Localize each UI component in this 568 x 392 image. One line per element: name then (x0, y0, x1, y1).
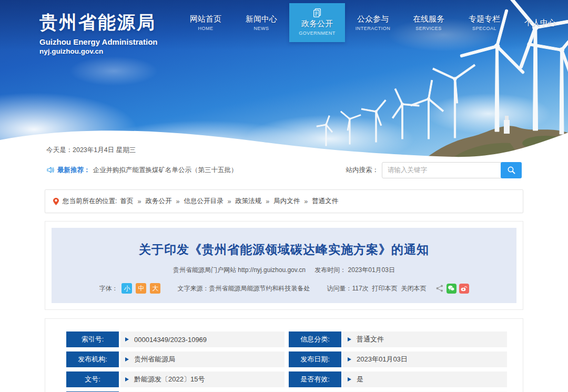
nav-sublabel: HOME (198, 26, 214, 31)
nav-item-services[interactable]: 在线服务 SERVICES (401, 0, 457, 42)
main-nav: 网站首页 HOME 新闻中心 NEWS 政务公开 GOVERNMENT 公众参与… (178, 0, 568, 42)
breadcrumb-prefix: 您当前所在的位置: (63, 197, 117, 206)
info-category-value: 普通文件 (343, 331, 507, 347)
publisher-label: 发布机构: (66, 351, 119, 367)
breadcrumb-item-home[interactable]: 首页 (120, 197, 133, 206)
breadcrumb-item-directory[interactable]: 信息公开目录 (184, 197, 223, 206)
font-large-button[interactable]: 大 (150, 283, 160, 294)
article-source-site: 贵州省能源局门户网站 http://nyj.guizhou.gov.cn (173, 266, 306, 274)
close-page-link[interactable]: 关闭本页 (401, 284, 427, 293)
site-name-en: Guizhou Energy Administration (39, 37, 157, 46)
share-bar (435, 284, 469, 294)
today-date: 今天是：2023年1月4日 星期三 (46, 146, 136, 155)
article-box: 关于印发《贵州省能源领域碳达峰实施方案》的通知 贵州省能源局门户网站 http:… (45, 221, 523, 310)
speaker-icon (46, 166, 55, 174)
doc-number-label: 文号: (66, 371, 119, 387)
info-category-label: 信息分类: (289, 331, 341, 347)
validity-value: 是 (343, 371, 507, 387)
weibo-share-button[interactable] (459, 284, 469, 294)
breadcrumb-separator: » (137, 198, 141, 205)
nav-sublabel: SPECOAL (472, 26, 496, 31)
font-size-label: 字体： (99, 284, 118, 293)
table-row: 发布机构: 贵州省能源局 发布日期: 2023年01月03日 (66, 351, 507, 367)
nav-sublabel: GOVERNMENT (299, 31, 336, 36)
publisher-value: 贵州省能源局 (120, 351, 285, 367)
breadcrumb: 您当前所在的位置: 首页 » 政务公开 » 信息公开目录 » 政策法规 » 局内… (45, 189, 523, 213)
table-row: 索引号: 000014349/2023-10969 信息分类: 普通文件 (66, 331, 507, 347)
recommend-label: 最新推荐： (57, 166, 90, 175)
site-url: nyj.guizhou.gov.cn (39, 47, 157, 55)
article-title: 关于印发《贵州省能源领域碳达峰实施方案》的通知 (67, 242, 501, 258)
article-publish-time: 发布时间： 2023年01月03日 (315, 266, 395, 274)
search-icon (507, 166, 516, 175)
nav-sublabel: INTERACTION (356, 26, 391, 31)
breadcrumb-item-normal-files[interactable]: 普通文件 (312, 197, 338, 206)
weibo-icon (460, 285, 468, 292)
nav-label: 个人中心 (524, 18, 556, 28)
nav-item-government[interactable]: 政务公开 GOVERNMENT (289, 3, 345, 42)
latest-recommend: 最新推荐： 企业并购拟产能置换煤矿名单公示（第三十五批） (46, 166, 238, 175)
nav-label: 在线服务 (413, 14, 444, 24)
breadcrumb-item-policy[interactable]: 政策法规 (235, 197, 261, 206)
nav-item-home[interactable]: 网站首页 HOME (178, 0, 234, 42)
recommend-link[interactable]: 企业并购拟产能置换煤矿名单公示（第三十五批） (93, 166, 238, 175)
search-button[interactable] (501, 162, 522, 178)
wechat-icon (448, 285, 455, 292)
location-pin-icon (53, 197, 59, 206)
nav-label: 新闻中心 (246, 14, 277, 24)
article-header: 关于印发《贵州省能源领域碳达峰实施方案》的通知 贵州省能源局门户网站 http:… (52, 228, 516, 303)
nav-item-news[interactable]: 新闻中心 NEWS (234, 0, 289, 42)
search-input[interactable] (382, 162, 502, 178)
nav-label: 网站首页 (190, 14, 221, 24)
publish-date-label: 发布日期: (289, 351, 341, 367)
font-small-button[interactable]: 小 (121, 283, 132, 294)
info-bar: 最新推荐： 企业并购拟产能置换煤矿名单公示（第三十五批） 站内搜索： (46, 161, 522, 179)
nav-item-personal[interactable]: 个人中心 (512, 0, 568, 42)
article-toolbar: 字体： 小 中 大 文字来源：贵州省能源局能源节约和科技装备处 访问量：117次… (67, 283, 501, 294)
search-label: 站内搜索： (346, 166, 379, 175)
document-info-table: 索引号: 000014349/2023-10969 信息分类: 普通文件 发布机… (45, 318, 523, 392)
site-logo[interactable]: 贵州省能源局 Guizhou Energy Administration nyj… (39, 11, 157, 55)
nav-sublabel: NEWS (254, 26, 269, 31)
banner: 贵州省能源局 Guizhou Energy Administration nyj… (0, 0, 568, 158)
share-nodes-icon[interactable] (435, 284, 444, 293)
visit-count: 访问量：117次 (327, 284, 368, 293)
nav-item-interaction[interactable]: 公众参与 INTERACTION (345, 0, 401, 42)
breadcrumb-separator: » (304, 198, 308, 205)
index-number-label: 索引号: (66, 331, 119, 347)
publish-date-value: 2023年01月03日 (343, 351, 507, 367)
nav-label: 专题专栏 (469, 14, 500, 24)
breadcrumb-separator: » (266, 198, 269, 205)
document-icon (312, 7, 322, 18)
nav-label: 公众参与 (357, 14, 389, 24)
font-medium-button[interactable]: 中 (136, 283, 146, 294)
doc-number-value: 黔能源发〔2022〕15号 (120, 371, 285, 387)
validity-label: 是否有效: (289, 371, 341, 387)
breadcrumb-separator: » (227, 198, 231, 205)
site-name: 贵州省能源局 (39, 11, 157, 35)
nav-sublabel: SERVICES (415, 26, 441, 31)
index-number-value: 000014349/2023-10969 (120, 331, 285, 347)
print-page-link[interactable]: 打印本页 (372, 284, 398, 293)
wechat-share-button[interactable] (447, 284, 457, 294)
site-search: 站内搜索： (346, 162, 522, 178)
breadcrumb-separator: » (176, 198, 179, 205)
text-source: 文字来源：贵州省能源局能源节约和科技装备处 (177, 284, 310, 293)
nav-label: 政务公开 (301, 19, 333, 29)
breadcrumb-item-bureau-files[interactable]: 局内文件 (273, 197, 300, 206)
breadcrumb-item-government[interactable]: 政务公开 (145, 197, 171, 206)
article-meta: 贵州省能源局门户网站 http://nyj.guizhou.gov.cn 发布时… (67, 266, 501, 275)
nav-item-special[interactable]: 专题专栏 SPECOAL (457, 0, 512, 42)
table-row: 文号: 黔能源发〔2022〕15号 是否有效: 是 (66, 371, 507, 387)
